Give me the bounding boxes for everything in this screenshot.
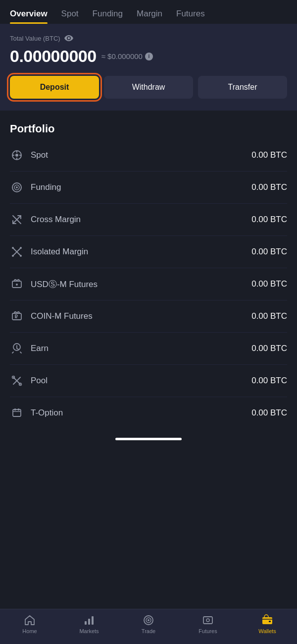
markets-icon (83, 614, 95, 626)
eye-icon[interactable] (64, 34, 73, 43)
usdm-futures-value: 0.00 BTC (251, 279, 287, 289)
toption-label: T-Option (31, 408, 63, 418)
bottom-nav-home[interactable]: Home (10, 614, 50, 634)
toption-icon (10, 406, 24, 420)
btc-value-row: 0.00000000 ≈ $0.000000 i (10, 47, 287, 66)
list-item[interactable]: USDⓈ-M Futures 0.00 BTC (10, 268, 287, 300)
futures-label: Futures (198, 628, 217, 634)
portfolio-list: Spot 0.00 BTC Funding 0.00 BTC (10, 139, 287, 429)
nav-overview[interactable]: Overview (10, 9, 48, 24)
usd-approx-value: ≈ $0.000000 (101, 52, 143, 60)
total-value-label-row: Total Value (BTC) (10, 34, 287, 43)
svg-rect-30 (92, 616, 94, 625)
coinm-futures-value: 0.00 BTC (251, 311, 287, 321)
earn-value: 0.00 BTC (251, 344, 287, 353)
svg-rect-27 (18, 409, 19, 410)
list-item[interactable]: T-Option 0.00 BTC (10, 397, 287, 429)
bottom-navigation: Home Markets Trade Futu (0, 609, 297, 644)
top-navigation: Overview Spot Funding Margin Futures (0, 0, 297, 24)
list-item[interactable]: Pool 0.00 BTC (10, 365, 287, 397)
pool-icon (10, 374, 24, 388)
withdraw-button[interactable]: Withdraw (104, 76, 193, 99)
svg-point-14 (20, 255, 22, 257)
toption-value: 0.00 BTC (251, 408, 287, 418)
trade-icon (143, 614, 154, 626)
list-item[interactable]: Cross Margin 0.00 BTC (10, 204, 287, 236)
markets-label: Markets (79, 628, 99, 634)
list-item[interactable]: Isolated Margin 0.00 BTC (10, 236, 287, 268)
info-icon[interactable]: i (145, 53, 153, 60)
trade-label: Trade (142, 628, 155, 634)
coinm-futures-label: COIN-M Futures (31, 311, 93, 321)
portfolio-title: Portfolio (10, 122, 287, 135)
svg-rect-34 (203, 617, 212, 624)
total-value-text: Total Value (BTC) (10, 35, 60, 42)
svg-point-13 (12, 247, 14, 249)
svg-point-35 (206, 619, 209, 622)
svg-rect-28 (85, 621, 87, 625)
item-left-earn: Earn (10, 342, 49, 355)
isolated-margin-icon (10, 245, 24, 259)
isolated-margin-label: Isolated Margin (31, 247, 88, 257)
item-left-spot: Spot (10, 148, 48, 162)
earn-label: Earn (31, 344, 49, 353)
funding-icon (10, 180, 24, 194)
cross-margin-icon (10, 213, 24, 227)
item-left-toption: T-Option (10, 406, 63, 420)
bottom-nav-wallets[interactable]: Wallets (248, 614, 287, 634)
bottom-nav-trade[interactable]: Trade (129, 614, 168, 634)
svg-rect-36 (262, 617, 272, 624)
nav-margin[interactable]: Margin (137, 9, 162, 24)
list-item[interactable]: Earn 0.00 BTC (10, 333, 287, 365)
item-left-isolated-margin: Isolated Margin (10, 245, 88, 259)
list-item[interactable]: Spot 0.00 BTC (10, 139, 287, 172)
svg-point-18 (16, 284, 18, 286)
home-indicator (115, 438, 182, 440)
futures-nav-icon (202, 614, 214, 626)
list-item[interactable]: Funding 0.00 BTC (10, 172, 287, 204)
action-buttons: Deposit Withdraw Transfer (10, 76, 287, 99)
svg-rect-37 (269, 621, 271, 622)
transfer-button[interactable]: Transfer (198, 76, 287, 99)
list-item[interactable]: COIN-M Futures 0.00 BTC (10, 300, 287, 333)
home-icon (24, 614, 36, 626)
bottom-nav-markets[interactable]: Markets (69, 614, 109, 634)
item-left-usdm-futures: USDⓈ-M Futures (10, 277, 98, 291)
spot-label: Spot (31, 150, 48, 160)
coinm-futures-icon (10, 309, 24, 323)
svg-rect-26 (14, 409, 16, 410)
earn-icon (10, 342, 24, 355)
deposit-button[interactable]: Deposit (10, 76, 99, 99)
nav-spot[interactable]: Spot (61, 9, 79, 24)
item-left-coinm-futures: COIN-M Futures (10, 309, 93, 323)
svg-rect-29 (88, 619, 90, 625)
funding-label: Funding (31, 182, 61, 192)
spot-icon (10, 148, 24, 162)
nav-funding[interactable]: Funding (93, 9, 123, 24)
cross-margin-label: Cross Margin (31, 215, 81, 225)
home-label: Home (22, 628, 37, 634)
cross-margin-value: 0.00 BTC (251, 215, 287, 225)
svg-point-8 (16, 186, 18, 188)
item-left-pool: Pool (10, 374, 48, 388)
bottom-nav-futures[interactable]: Futures (188, 614, 228, 634)
nav-futures[interactable]: Futures (176, 9, 205, 24)
spot-value: 0.00 BTC (251, 150, 287, 160)
wallets-icon (261, 614, 273, 626)
item-left-funding: Funding (10, 180, 61, 194)
svg-point-16 (12, 255, 14, 257)
header-section: Total Value (BTC) 0.00000000 ≈ $0.000000… (0, 24, 297, 111)
wallets-label: Wallets (258, 628, 276, 634)
svg-rect-24 (13, 410, 21, 416)
svg-point-15 (20, 247, 22, 249)
isolated-margin-value: 0.00 BTC (251, 247, 287, 257)
portfolio-section: Portfolio Spot 0.00 BTC (0, 111, 297, 434)
item-left-cross-margin: Cross Margin (10, 213, 81, 227)
svg-point-1 (15, 154, 18, 157)
usdm-futures-label: USDⓈ-M Futures (31, 279, 98, 290)
funding-value: 0.00 BTC (251, 182, 287, 192)
svg-point-33 (148, 619, 149, 621)
pool-label: Pool (31, 376, 48, 386)
btc-value: 0.00000000 (10, 47, 97, 66)
pool-value: 0.00 BTC (251, 376, 287, 386)
